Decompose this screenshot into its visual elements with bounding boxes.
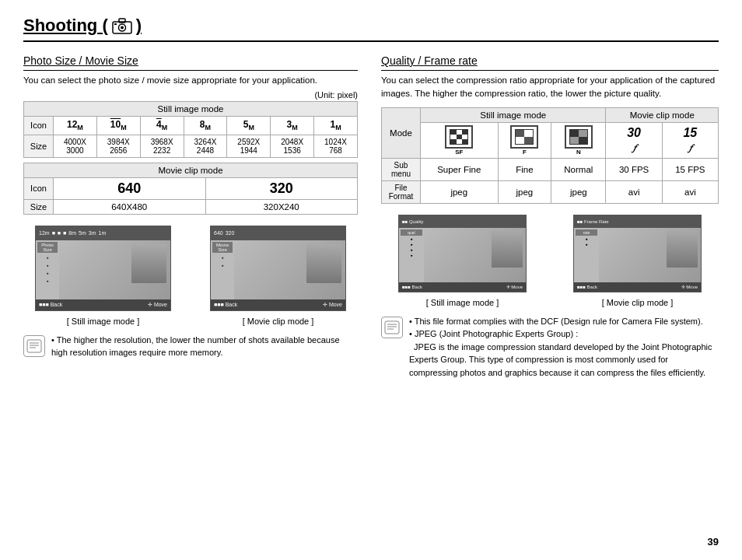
movie-size-label: Size: [24, 199, 54, 214]
file-format-n: jpeg: [551, 180, 606, 203]
file-format-15fps: avi: [662, 180, 718, 203]
svg-rect-4: [114, 23, 117, 25]
still-icon-3m: 3M: [271, 117, 314, 135]
unit-note: (Unit: pixel): [23, 90, 358, 100]
movie-mode-header: Movie clip mode: [606, 107, 719, 122]
left-screenshot-still: 12m■■■8m5m3m1m Photo Size ● ● ● ●: [23, 226, 183, 326]
quality-icon-30fps: 30𝑓: [606, 122, 662, 158]
right-column: Quality / Frame rate You can select the …: [381, 54, 719, 379]
still-icon-5m: 5M: [227, 117, 271, 135]
right-note-icon: [381, 317, 403, 338]
note-icon: [23, 335, 45, 357]
svg-rect-9: [385, 321, 399, 334]
right-note: • This file format complies with the DCF…: [381, 315, 719, 380]
right-note-line1: • This file format complies with the DCF…: [409, 317, 703, 326]
still-size-5m: 2592X1944: [227, 135, 271, 157]
still-icon-label: Icon: [24, 117, 54, 135]
still-size-12m: 4000X3000: [54, 135, 97, 157]
right-still-caption: [ Still image mode ]: [381, 298, 544, 307]
right-screenshots: ■■ Quality qual ●●●● ■■■: [381, 215, 719, 307]
still-mode-header: Still image mode: [421, 107, 606, 122]
file-format-label: FileFormat: [382, 180, 421, 203]
quality-icon-n: N: [551, 122, 606, 158]
right-note-text: • This file format complies with the DCF…: [409, 315, 719, 380]
page-number: 39: [708, 536, 719, 548]
left-still-caption: [ Still image mode ]: [23, 317, 183, 326]
page-title: Shooting (: [23, 16, 108, 36]
still-icon-12m: 12M: [54, 117, 97, 135]
photo-size-desc: You can select the photo size / movie si…: [23, 74, 358, 87]
still-size-1m: 1024X768: [314, 135, 358, 157]
left-column: Photo Size / Movie Size You can select t…: [23, 54, 358, 379]
sub-menu-n: Normal: [551, 158, 606, 180]
sub-menu-30fps: 30 FPS: [606, 158, 662, 180]
left-screenshot-movie: 640320 Movie Size ● ●: [198, 226, 358, 326]
right-screenshot-movie: ■■ Frame Rate rate ●● ■■■: [556, 215, 719, 307]
right-movie-caption: [ Movie clip mode ]: [556, 298, 719, 307]
left-note: • The higher the resolution, the lower t…: [23, 334, 358, 359]
right-still-image: ■■ Quality qual ●●●● ■■■: [398, 215, 527, 292]
still-size-3m: 2048X1536: [271, 135, 314, 157]
quality-table: Mode Still image mode Movie clip mode SF: [381, 107, 719, 204]
still-mode-header: Still image mode: [24, 102, 358, 117]
movie-mode-header: Movie clip mode: [24, 163, 358, 177]
svg-point-3: [121, 26, 124, 30]
quality-icon-f: F: [498, 122, 551, 158]
movie-icon-320: 320: [205, 177, 358, 199]
svg-rect-5: [27, 340, 41, 352]
right-screenshot-still: ■■ Quality qual ●●●● ■■■: [381, 215, 544, 307]
movie-size-640: 640X480: [54, 199, 206, 214]
still-icon-4m: 4M: [140, 117, 184, 135]
movie-icon-640: 640: [54, 177, 206, 199]
still-icon-10m: 10M: [96, 117, 140, 135]
quality-section-title: Quality / Frame rate: [381, 54, 719, 71]
left-movie-caption: [ Movie clip mode ]: [198, 317, 358, 326]
right-note-line2: • JPEG (Joint Photographic Experts Group…: [409, 329, 578, 338]
page-header: Shooting ( ): [23, 16, 719, 42]
movie-clip-table: Movie clip mode Icon 640 320 Size 640X48…: [23, 163, 358, 215]
sub-menu-f: Fine: [498, 158, 551, 180]
movie-icon-label: Icon: [24, 177, 54, 199]
left-screenshots: 12m■■■8m5m3m1m Photo Size ● ● ● ●: [23, 226, 358, 326]
quality-desc: You can select the compression ratio app…: [381, 74, 719, 101]
still-size-label: Size: [24, 135, 54, 157]
right-movie-image: ■■ Frame Rate rate ●● ■■■: [573, 215, 702, 292]
still-size-8m: 3264X2448: [184, 135, 227, 157]
main-content: Photo Size / Movie Size You can select t…: [23, 54, 719, 379]
movie-size-320: 320X240: [205, 199, 358, 214]
left-note-text: • The higher the resolution, the lower t…: [51, 334, 358, 359]
svg-rect-1: [119, 19, 125, 23]
still-image-table: Still image mode Icon 12M 10M 4M 8M 5M: [23, 101, 358, 157]
file-format-f: jpeg: [498, 180, 551, 203]
sub-menu-15fps: 15 FPS: [662, 158, 718, 180]
quality-icon-15fps: 15𝑓: [662, 122, 718, 158]
still-size-10m: 3984X2656: [96, 135, 140, 157]
right-note-line3: JPEG is the image compression standard d…: [409, 342, 712, 377]
sub-menu-sf: Super Fine: [421, 158, 499, 180]
still-icon-1m: 1M: [314, 117, 358, 135]
camera-icon: [111, 16, 133, 35]
file-format-sf: jpeg: [421, 180, 499, 203]
left-still-image: 12m■■■8m5m3m1m Photo Size ● ● ● ●: [35, 226, 171, 311]
file-format-30fps: avi: [606, 180, 662, 203]
still-size-4m: 3968X2232: [140, 135, 184, 157]
quality-icon-sf: SF: [421, 122, 499, 158]
photo-size-section-title: Photo Size / Movie Size: [23, 54, 358, 71]
sub-menu-label: Submenu: [382, 158, 421, 180]
left-movie-image: 640320 Movie Size ● ●: [210, 226, 346, 311]
still-icon-8m: 8M: [184, 117, 227, 135]
mode-header: Mode: [382, 107, 421, 158]
page-title-end: ): [136, 16, 142, 36]
